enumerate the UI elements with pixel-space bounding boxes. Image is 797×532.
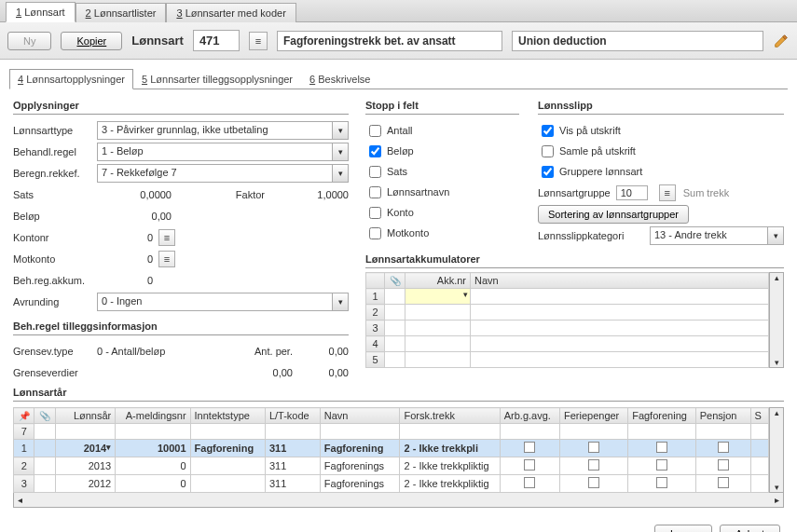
antper-label: Ant. per. — [199, 346, 293, 357]
lookup-icon[interactable]: ≡ — [659, 184, 676, 201]
la-col-feriepenger[interactable]: Feriepenger — [559, 408, 627, 424]
avrunding-field[interactable]: 0 - Ingen — [97, 293, 332, 311]
sats-value: 0,0000 — [97, 189, 172, 200]
lonnsartar-table[interactable]: Lønnsår A-meldingsnr Inntektstype L/T-ko… — [13, 407, 769, 493]
sort-lonnsartgrupper-button[interactable]: Sortering av lønnsartgrupper — [538, 205, 689, 224]
scroll-down-icon[interactable]: ▾ — [775, 483, 779, 492]
akk-col-navn[interactable]: Navn — [471, 273, 769, 289]
avrunding-label: Avrunding — [13, 296, 97, 307]
grupp-label: Gruppere lønnsart — [559, 166, 642, 177]
lookup-icon[interactable]: ≡ — [249, 32, 268, 50]
scroll-up-icon[interactable]: ▴ — [775, 408, 779, 417]
checkbox[interactable] — [656, 459, 667, 471]
la-col-arbgavg[interactable]: Arb.g.avg. — [500, 408, 559, 424]
chevron-down-icon[interactable]: ▾ — [767, 226, 784, 245]
scrollbar-h[interactable]: ◂ ▸ — [13, 493, 784, 508]
scroll-left-icon[interactable]: ◂ — [18, 495, 22, 505]
behandl-label: Behandl.regel — [13, 146, 97, 157]
checkbox[interactable] — [588, 459, 599, 471]
checkbox[interactable] — [524, 477, 535, 488]
beregn-field[interactable]: 7 - Rekkefølge 7 — [97, 164, 332, 183]
behandl-field[interactable]: 1 - Beløp — [97, 143, 332, 161]
checkbox[interactable] — [718, 442, 729, 453]
la-col-pensjon[interactable]: Pensjon — [695, 408, 750, 424]
ny-button[interactable]: Ny — [7, 32, 51, 50]
samle-checkbox[interactable] — [542, 145, 554, 157]
behregel-title: Beh.regel tilleggsinformasjon — [13, 318, 349, 335]
lookup-icon[interactable]: ≡ — [158, 229, 175, 246]
chevron-down-icon[interactable]: ▾ — [332, 293, 349, 311]
stopp-motkonto-label: Motkonto — [387, 227, 429, 239]
table-row[interactable]: 7 — [14, 424, 769, 440]
header-id[interactable]: 471 — [193, 30, 240, 51]
table-row[interactable]: 220130311Fagforenings2 - Ikke trekkplikt… — [14, 457, 769, 475]
footer-bar: Lagre Avbryt — [0, 515, 797, 532]
la-col-lonnsar[interactable]: Lønnsår — [55, 408, 115, 424]
stopp-konto-checkbox[interactable] — [369, 207, 381, 219]
stopp-antall-label: Antall — [387, 125, 413, 136]
akk-col-akknr[interactable]: Akk.nr — [405, 273, 471, 289]
checkbox[interactable] — [588, 442, 599, 453]
scroll-up-icon[interactable]: ▴ — [775, 273, 779, 282]
checkbox[interactable] — [718, 477, 729, 488]
subtab-opplysninger[interactable]: 4 Lønnsartopplysninger — [9, 69, 133, 89]
la-col-navn[interactable]: Navn — [320, 408, 400, 424]
la-col-ltkode[interactable]: L/T-kode — [265, 408, 320, 424]
la-col-s[interactable]: S — [750, 408, 768, 424]
subtab-tillegg[interactable]: 5 Lønnsarter tilleggsopplysninger — [133, 69, 301, 89]
checkbox[interactable] — [588, 477, 599, 488]
edit-icon[interactable] — [773, 33, 790, 49]
vis-checkbox[interactable] — [542, 125, 554, 137]
sumtrekk-text: Sum trekk — [683, 187, 730, 198]
stopp-sats-checkbox[interactable] — [369, 166, 381, 178]
lagre-button[interactable]: Lagre — [654, 525, 712, 532]
scrollbar-v[interactable]: ▴ ▾ — [769, 272, 784, 368]
grensev-value: 0 - Antall/beløp — [97, 346, 199, 357]
pin-icon — [14, 408, 34, 424]
chevron-down-icon[interactable]: ▾ — [332, 143, 349, 161]
kontonr-value: 0 — [97, 232, 153, 243]
header-desc-en[interactable]: Union deduction — [512, 31, 763, 51]
kategori-field[interactable]: 13 - Andre trekk — [650, 226, 767, 245]
beregn-label: Beregn.rekkef. — [13, 168, 97, 179]
stopp-motkonto-checkbox[interactable] — [369, 227, 381, 239]
scrollbar-v[interactable]: ▴ ▾ — [769, 407, 784, 493]
header-label: Lønnsart — [131, 34, 184, 48]
stopp-lnavn-checkbox[interactable] — [369, 186, 381, 198]
kontonr-label: Kontonr — [13, 232, 97, 243]
kopier-button[interactable]: Kopier — [61, 32, 122, 50]
la-col-inntektstype[interactable]: Inntektstype — [190, 408, 265, 424]
top-tab-lonnsartlister[interactable]: 2 Lønnsartlister — [76, 3, 167, 22]
lookup-icon[interactable]: ≡ — [158, 251, 175, 267]
table-row[interactable]: 320120311Fagforenings2 - Ikke trekkplikt… — [14, 475, 769, 493]
header-desc-no[interactable]: Fagforeningstrekk bet. av ansatt — [277, 31, 502, 51]
la-col-fagforening[interactable]: Fagforening — [628, 408, 696, 424]
checkbox[interactable] — [656, 442, 667, 453]
checkbox[interactable] — [524, 442, 535, 453]
chevron-down-icon[interactable]: ▾ — [332, 164, 349, 183]
checkbox[interactable] — [524, 459, 535, 471]
top-tab-lonnsart[interactable]: 1 Lønnsart — [6, 2, 76, 22]
behakkum-label: Beh.reg.akkum. — [13, 275, 97, 286]
grupp-checkbox[interactable] — [542, 166, 554, 178]
motkonto-label: Motkonto — [13, 253, 97, 265]
table-row[interactable]: 12014▾10001Fagforening311Fagforening2 - … — [14, 440, 769, 457]
akk-table[interactable]: Akk.nr Navn 1▾ 2 3 4 5 — [365, 272, 769, 368]
scroll-right-icon[interactable]: ▸ — [775, 495, 779, 505]
stopp-antall-checkbox[interactable] — [369, 125, 381, 137]
grenseverdier2-value: 0,00 — [293, 367, 349, 378]
checkbox[interactable] — [718, 459, 729, 471]
avbryt-button[interactable]: Avbryt — [720, 525, 780, 532]
chevron-down-icon[interactable]: ▾ — [332, 121, 349, 140]
scroll-down-icon[interactable]: ▾ — [775, 358, 779, 367]
checkbox[interactable] — [656, 477, 667, 488]
la-col-am[interactable]: A-meldingsnr — [116, 408, 190, 424]
lartgr-field[interactable]: 10 — [616, 185, 648, 200]
subtab-beskrivelse[interactable]: 6 Beskrivelse — [301, 69, 378, 89]
stopp-belop-checkbox[interactable] — [369, 145, 381, 157]
la-col-forsktrekk[interactable]: Forsk.trekk — [400, 408, 500, 424]
top-tab-lonnsarter-med-koder[interactable]: 3 Lønnsarter med koder — [166, 3, 295, 22]
stopp-belop-label: Beløp — [387, 145, 414, 157]
akk-edit-cell[interactable]: ▾ — [405, 289, 471, 305]
lonnsarttype-field[interactable]: 3 - Påvirker grunnlag, ikke utbetaling — [97, 121, 332, 140]
